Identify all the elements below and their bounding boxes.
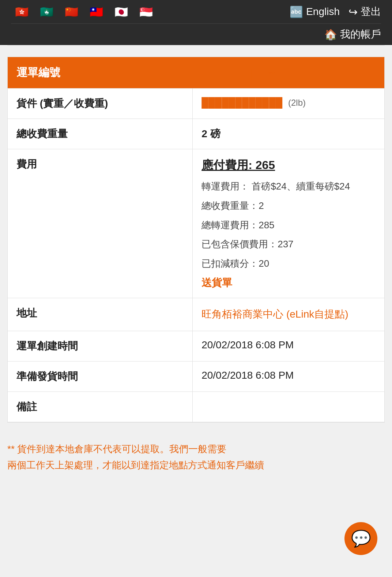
- flag-mo[interactable]: 🇲🇴: [36, 4, 57, 19]
- language-label: English: [306, 6, 340, 18]
- fee-details: 轉運費用： 首磅$24、續重每磅$24 總收費重量：2 總轉運費用：285 已包…: [201, 178, 376, 272]
- fee-value: 應付費用: 265 轉運費用： 首磅$24、續重每磅$24 總收費重量：2 總轉…: [193, 149, 384, 298]
- remarks-label: 備註: [8, 391, 193, 422]
- remarks-value: [193, 391, 384, 422]
- footer-note-line1: ** 貨件到達本地倉庫不代表可以提取。我們一般需要: [7, 443, 226, 454]
- package-value: ████████████ (2lb): [193, 89, 384, 119]
- flag-tw[interactable]: 🇹🇼: [86, 4, 107, 19]
- delivery-link[interactable]: 送貨單: [201, 276, 376, 290]
- main-content: 運單編號 ████████ ✏ 貨件 (實重／收費重) ████████████…: [7, 57, 385, 423]
- info-table: 運單編號 ████████ ✏ 貨件 (實重／收費重) ████████████…: [8, 57, 384, 422]
- fee-main: 應付費用: 265: [201, 157, 376, 173]
- flag-jp[interactable]: 🇯🇵: [110, 4, 132, 19]
- table-row-package: 貨件 (實重／收費重) ████████████ (2lb): [8, 89, 384, 119]
- weight-value-text: 2 磅: [201, 128, 220, 139]
- logout-icon: ↪: [348, 5, 358, 18]
- fee-detail-2: 總收費重量：2: [201, 197, 376, 214]
- chat-icon: 💬: [351, 529, 371, 548]
- table-row-weight: 總收費重量 2 磅: [8, 119, 384, 149]
- package-info: ████████████: [201, 97, 282, 108]
- header-actions: 🔤 English ↪ 登出: [290, 5, 381, 19]
- fee-detail-1: 轉運費用： 首磅$24、續重每磅$24: [201, 178, 376, 195]
- footer-note: ** 貨件到達本地倉庫不代表可以提取。我們一般需要 兩個工作天上架處理，才能以到…: [0, 434, 392, 473]
- package-unit: (2lb): [288, 98, 306, 108]
- flag-cn[interactable]: 🇨🇳: [61, 4, 82, 19]
- account-label: 我的帳戶: [340, 27, 381, 41]
- table-row-remarks: 備註: [8, 391, 384, 422]
- logout-button[interactable]: ↪ 登出: [348, 5, 381, 19]
- logout-label: 登出: [361, 5, 381, 19]
- header-top: 🇭🇰 🇲🇴 🇨🇳 🇹🇼 🇯🇵 🇸🇬 🔤 English ↪ 登出: [11, 0, 381, 23]
- order-number-redacted: ████████: [201, 68, 261, 79]
- translate-icon: 🔤: [290, 5, 303, 18]
- flags-container: 🇭🇰 🇲🇴 🇨🇳 🇹🇼 🇯🇵 🇸🇬: [11, 4, 157, 19]
- address-link[interactable]: 旺角栢裕商業中心 (eLink自提點): [201, 308, 348, 320]
- table-row-ship-time: 準備發貨時間 20/02/2018 6:08 PM: [8, 361, 384, 391]
- fee-detail-4: 已包含保價費用：237: [201, 236, 376, 253]
- address-label: 地址: [8, 298, 193, 331]
- home-icon: 🏠: [324, 29, 337, 41]
- create-time-value: 20/02/2018 6:08 PM: [193, 331, 384, 361]
- fee-label: 費用: [8, 149, 193, 298]
- fee-detail-5: 已扣減積分：20: [201, 255, 376, 272]
- table-row-fee: 費用 應付費用: 265 轉運費用： 首磅$24、續重每磅$24 總收費重量：2…: [8, 149, 384, 298]
- address-value: 旺角栢裕商業中心 (eLink自提點): [193, 298, 384, 331]
- table-header-row: 運單編號 ████████ ✏: [8, 57, 384, 89]
- table-row-create-time: 運單創建時間 20/02/2018 6:08 PM: [8, 331, 384, 361]
- ship-time-label: 準備發貨時間: [8, 361, 193, 391]
- pencil-icon: ✏: [266, 68, 274, 79]
- order-number-value-header: ████████ ✏: [193, 57, 384, 89]
- flag-sg[interactable]: 🇸🇬: [135, 4, 157, 19]
- chat-button[interactable]: 💬: [344, 522, 377, 555]
- create-time-label: 運單創建時間: [8, 331, 193, 361]
- footer-note-line2: 兩個工作天上架處理，才能以到達指定地點方式通知客戶繼續: [7, 460, 264, 471]
- language-button[interactable]: 🔤 English: [290, 5, 340, 18]
- table-row-address: 地址 旺角栢裕商業中心 (eLink自提點): [8, 298, 384, 331]
- order-number-header: 運單編號: [8, 57, 193, 89]
- flag-hk[interactable]: 🇭🇰: [11, 4, 32, 19]
- weight-value: 2 磅: [193, 119, 384, 149]
- package-label: 貨件 (實重／收費重): [8, 89, 193, 119]
- weight-label: 總收費重量: [8, 119, 193, 149]
- my-account-button[interactable]: 🏠 我的帳戶: [324, 27, 381, 41]
- page-divider: [7, 45, 385, 46]
- ship-time-value: 20/02/2018 6:08 PM: [193, 361, 384, 391]
- header-bottom: 🏠 我的帳戶: [11, 23, 381, 45]
- header: 🇭🇰 🇲🇴 🇨🇳 🇹🇼 🇯🇵 🇸🇬 🔤 English ↪ 登出 🏠 我的帳戶: [0, 0, 392, 45]
- fee-detail-3: 總轉運費用：285: [201, 217, 376, 234]
